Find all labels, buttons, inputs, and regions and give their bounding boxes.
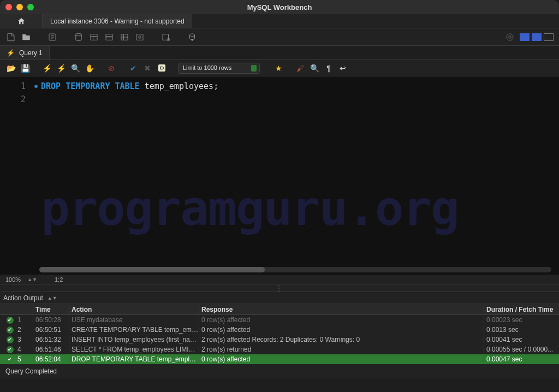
rollback-button[interactable]: ✖ <box>142 63 153 74</box>
commit-button[interactable]: ✔ <box>128 63 139 74</box>
toggle-autocommit-button[interactable]: ⊘ <box>106 63 117 74</box>
output-row[interactable]: ✔406:51:46SELECT * FROM temp_employees L… <box>0 345 559 354</box>
inspector-button[interactable] <box>47 32 58 43</box>
close-window-button[interactable] <box>5 4 12 10</box>
open-file-button[interactable]: 📂 <box>5 63 16 74</box>
output-row[interactable]: ✔306:51:32INSERT INTO temp_employees (fi… <box>0 335 559 345</box>
svg-rect-3 <box>106 34 112 40</box>
sql-punct: ; <box>213 81 218 91</box>
row-duration: 0.0013 sec <box>484 326 557 334</box>
row-response: 2 row(s) returned <box>199 346 484 353</box>
output-table-header: Time Action Response Duration / Fetch Ti… <box>0 304 559 315</box>
row-index: 4 <box>17 346 33 353</box>
create-table-button[interactable] <box>88 32 99 43</box>
row-response: 0 row(s) affected <box>199 355 484 363</box>
row-response: 2 row(s) affected Records: 2 Duplicates:… <box>199 336 484 343</box>
row-index: 2 <box>17 326 33 334</box>
sql-keyword: TABLE <box>115 81 140 91</box>
zoom-level: 100% <box>5 276 21 283</box>
row-action: SELECT * FROM temp_employees LIMIT 0,... <box>69 346 199 353</box>
connection-tab-label: Local instance 3306 - Warning - not supp… <box>50 17 185 25</box>
row-action: DROP TEMPORARY TABLE temp_employees <box>69 355 199 363</box>
col-time: Time <box>33 306 69 313</box>
create-procedure-button[interactable] <box>119 32 130 43</box>
panel-splitter[interactable]: ⋮ <box>0 284 559 292</box>
reconnect-button[interactable] <box>187 32 198 43</box>
editor-content[interactable]: ●DROP TEMPORARY TABLE temp_employees; <box>30 76 559 275</box>
status-message: Query Completed <box>5 367 57 375</box>
main-toolbar <box>0 28 559 46</box>
find-button[interactable]: 🔍 <box>309 63 320 74</box>
query-tab-bar: ⚡ Query 1 <box>0 46 559 60</box>
stop-button[interactable]: ✋ <box>84 63 95 74</box>
svg-point-9 <box>190 34 195 37</box>
success-icon: ✔ <box>7 356 14 363</box>
editor-gutter: 1 2 <box>0 76 30 275</box>
save-file-button[interactable]: 💾 <box>20 63 31 74</box>
home-icon <box>17 17 26 26</box>
explain-button[interactable]: 🔍 <box>70 63 81 74</box>
row-duration: 0.00041 sec <box>484 336 557 343</box>
row-time: 06:50:28 <box>33 316 69 324</box>
row-time: 06:52:04 <box>33 355 69 363</box>
connection-tab-bar: Local instance 3306 - Warning - not supp… <box>0 14 559 28</box>
home-tab[interactable] <box>0 14 43 28</box>
cursor-position: 1:2 <box>55 276 63 283</box>
success-icon: ✔ <box>7 336 14 343</box>
row-response: 0 row(s) affected <box>199 326 484 334</box>
row-action: USE mydatabase <box>69 316 199 324</box>
line-number: 1 <box>0 80 26 93</box>
execute-current-button[interactable]: ⚡ <box>56 63 67 74</box>
create-view-button[interactable] <box>104 32 115 43</box>
toggle-left-panel-button[interactable] <box>520 33 530 41</box>
window-controls <box>5 4 34 10</box>
beautify-button[interactable]: 🖌 <box>295 63 306 74</box>
panel-toggle-group <box>520 33 554 41</box>
open-sql-script-button[interactable] <box>21 32 32 43</box>
sql-editor[interactable]: 1 2 ●DROP TEMPORARY TABLE temp_employees… <box>0 76 559 275</box>
editor-horizontal-scrollbar[interactable] <box>39 267 551 272</box>
row-action: CREATE TEMPORARY TABLE temp_employ... <box>69 326 199 334</box>
toggle-invisible-button[interactable]: ¶ <box>323 63 334 74</box>
search-table-data-button[interactable] <box>160 32 171 43</box>
toggle-right-panel-button[interactable] <box>544 33 554 41</box>
create-function-button[interactable] <box>134 32 145 43</box>
execute-button[interactable]: ⚡ <box>41 63 52 74</box>
minimize-window-button[interactable] <box>16 4 23 10</box>
toggle-wrap-button[interactable]: ↩ <box>337 63 348 74</box>
output-row[interactable]: ✔206:50:51CREATE TEMPORARY TABLE temp_em… <box>0 325 559 335</box>
row-limit-select[interactable]: Limit to 1000 rows <box>178 63 260 74</box>
toggle-limit-button[interactable]: ⚙ <box>156 63 167 74</box>
col-action: Action <box>69 306 199 313</box>
row-response: 0 row(s) affected <box>199 316 484 324</box>
svg-rect-2 <box>91 34 97 40</box>
row-time: 06:50:51 <box>33 326 69 334</box>
create-schema-button[interactable] <box>73 32 84 43</box>
new-query-tab-button[interactable] <box>5 32 16 43</box>
favorite-button[interactable]: ★ <box>273 63 284 74</box>
toggle-bottom-panel-button[interactable] <box>532 33 542 41</box>
zoom-stepper-icon[interactable]: ▲▼ <box>27 277 37 282</box>
output-row[interactable]: ✔506:52:04DROP TEMPORARY TABLE temp_empl… <box>0 354 559 364</box>
bolt-icon: ⚡ <box>7 49 15 57</box>
settings-button[interactable] <box>504 32 515 43</box>
output-type-select[interactable]: Action Output <box>3 294 43 302</box>
maximize-window-button[interactable] <box>27 4 34 10</box>
row-time: 06:51:46 <box>33 346 69 353</box>
output-row[interactable]: ✔106:50:28USE mydatabase0 row(s) affecte… <box>0 315 559 325</box>
connection-tab[interactable]: Local instance 3306 - Warning - not supp… <box>43 14 192 28</box>
row-action: INSERT INTO temp_employees (first_name..… <box>69 336 199 343</box>
svg-rect-7 <box>163 34 169 40</box>
col-duration: Duration / Fetch Time <box>484 306 557 313</box>
row-duration: 0.00047 sec <box>484 355 557 363</box>
query-tab[interactable]: ⚡ Query 1 <box>0 46 50 60</box>
success-icon: ✔ <box>7 346 14 353</box>
row-index: 3 <box>17 336 33 343</box>
line-number: 2 <box>0 93 26 106</box>
row-duration: 0.00023 sec <box>484 316 557 324</box>
svg-point-10 <box>507 34 513 40</box>
svg-point-11 <box>509 35 512 38</box>
svg-point-6 <box>139 35 141 38</box>
output-table: Time Action Response Duration / Fetch Ti… <box>0 304 559 364</box>
svg-rect-5 <box>136 34 143 40</box>
